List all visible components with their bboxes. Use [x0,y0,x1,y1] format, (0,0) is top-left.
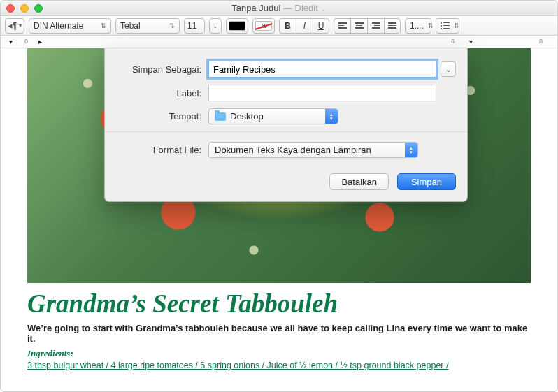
tags-label: Label: [116,88,208,99]
align-center-icon [355,22,364,29]
chevron-updown-icon: ⇅ [101,22,106,29]
chevron-down-icon: ▾ [19,22,22,29]
file-format-popup[interactable]: Dokumen Teks Kaya dengan Lampiran [208,142,418,158]
underline-button[interactable]: U [313,18,329,34]
text-color-swatch-icon [229,21,245,31]
font-family-value: DIN Alternate [34,21,83,31]
highlight-none-icon [255,21,272,31]
highlight-color-button[interactable] [252,18,275,34]
paragraph-style-button[interactable]: ◂¶▾ [5,18,24,34]
cancel-button[interactable]: Batalkan [329,173,389,190]
cancel-button-label: Batalkan [341,177,377,187]
window-title-status: — Diedit [280,3,317,13]
font-size-stepper[interactable]: ⌄ [209,18,222,34]
font-size-field[interactable]: 11 [184,18,205,34]
ruler-left-indent-icon[interactable]: ▾ [9,38,13,45]
ingredients-heading[interactable]: Ingredients: [27,348,531,359]
list-style-select[interactable]: ⇅ [436,18,459,34]
dialog-separator [105,131,467,132]
font-family-select[interactable]: DIN Alternate ⇅ [29,18,111,34]
file-format-value: Dokumen Teks Kaya dengan Lampiran [215,145,371,155]
ruler-tick-8: 8 [539,38,543,45]
ruler-first-line-indent-icon[interactable]: ▸ [38,38,42,45]
format-toolbar: ◂¶▾ DIN Alternate ⇅ Tebal ⇅ 11 ⌄ B I U [1,16,557,36]
italic-icon: I [303,21,306,31]
recipe-title[interactable]: Grandma’s Secret Tabbouleh [27,289,531,319]
app-window: Tanpa Judul — Diedit⌄ ◂¶▾ DIN Alternate … [0,0,558,392]
expand-dialog-button[interactable]: ⌄ [441,61,456,77]
chevron-updown-icon: ⇅ [454,22,459,29]
ingredients-line[interactable]: 3 tbsp bulgur wheat / 4 large ripe tomat… [27,361,531,370]
save-button-label: Simpan [411,177,442,187]
chevron-updown-icon: ⇅ [169,22,175,29]
save-dialog: Simpan Sebagai: ⌄ Label: Tempat: Desktop [104,48,468,202]
bold-icon: B [285,21,291,31]
where-popup[interactable]: Desktop [208,108,338,124]
font-weight-select[interactable]: Tebal ⇅ [115,18,180,34]
align-left-icon [338,22,347,29]
chevron-updown-icon: ⇅ [428,22,434,29]
recipe-intro[interactable]: We’re going to start with Grandma’s tabb… [27,323,531,344]
align-justify-icon [388,22,396,29]
align-right-icon [372,22,380,29]
save-as-label: Simpan Sebagai: [116,64,208,75]
window-controls [6,4,43,13]
save-button[interactable]: Simpan [397,173,456,190]
font-weight-value: Tebal [120,21,141,31]
chevron-down-icon: ⌄ [445,66,451,73]
popup-arrows-icon [405,143,417,157]
line-spacing-value: 1.... [410,21,424,31]
font-size-value: 11 [187,21,196,31]
save-as-input[interactable] [208,61,436,78]
close-window-button[interactable] [6,4,15,13]
titlebar: Tanpa Judul — Diedit⌄ [1,1,557,16]
align-right-button[interactable] [367,18,384,34]
text-style-group: B I U [279,18,329,34]
minimize-window-button[interactable] [20,4,29,13]
ruler-right-indent-icon[interactable]: ▾ [469,38,473,45]
ruler[interactable]: ▾ 0 ▸ 6 ▾ 8 [1,36,557,48]
bullet-list-icon [441,22,450,29]
format-label: Format File: [116,145,208,155]
folder-icon [215,112,226,121]
align-center-button[interactable] [350,18,367,34]
bold-button[interactable]: B [279,18,296,34]
ruler-tick-0: 0 [24,38,28,45]
line-spacing-select[interactable]: 1.... ⇅ [405,18,431,34]
window-title: Tanpa Judul — Diedit⌄ [1,3,557,13]
align-justify-button[interactable] [384,18,401,34]
align-left-button[interactable] [334,18,350,34]
tags-input[interactable] [208,85,436,101]
zoom-window-button[interactable] [34,4,43,13]
window-title-text: Tanpa Judul [231,3,280,13]
alignment-group [334,18,401,34]
text-color-button[interactable] [226,18,248,34]
italic-button[interactable]: I [296,18,313,34]
popup-arrows-icon [325,109,338,124]
where-value: Desktop [230,111,264,122]
ruler-tick-6: 6 [451,38,455,45]
title-dropdown-chevron-icon[interactable]: ⌄ [321,6,327,13]
pilcrow-icon: ◂¶ [8,20,17,31]
dialog-footer: Batalkan Simpan [105,168,467,201]
underline-icon: U [318,21,324,31]
where-label: Tempat: [116,111,208,122]
